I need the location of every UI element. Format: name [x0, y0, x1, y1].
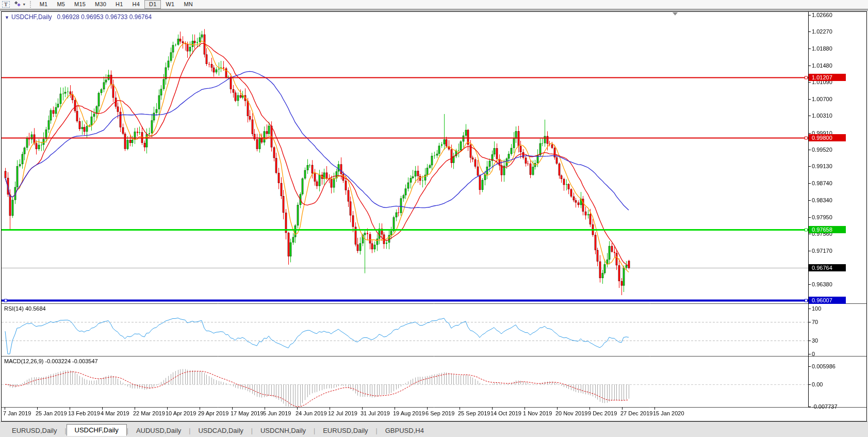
timeframe-h4[interactable]: H4: [128, 0, 144, 9]
date-label: 24 Jun 2019: [296, 410, 327, 416]
rsi-tick: 100: [812, 305, 821, 312]
price-tick: 0.96380: [812, 281, 832, 287]
date-label: 15 Jan 2020: [653, 410, 684, 416]
tab-eurusd-daily[interactable]: EURUSD,Daily: [315, 426, 375, 436]
diamond-arrows-icon: [14, 1, 22, 8]
date-label: 5 Jun 2019: [263, 410, 291, 416]
rsi-tick: 70: [812, 319, 818, 325]
date-label: 10 Apr 2019: [166, 410, 196, 416]
date-label: 12 Jul 2019: [328, 410, 357, 416]
timeframe-m15[interactable]: M15: [70, 0, 90, 9]
tab-eurusd-daily[interactable]: EURUSD,Daily: [4, 426, 64, 436]
timeframe-mn[interactable]: MN: [179, 0, 198, 9]
timeframe-m5[interactable]: M5: [52, 0, 70, 9]
rsi-tick: 30: [812, 337, 818, 344]
date-label: 4 Mar 2019: [101, 410, 129, 416]
date-label: 14 Oct 2019: [490, 410, 521, 416]
mt4-window: T ▾ M1M5M15M30H1H4D1W1MN ▼USDCHF,Daily0.…: [0, 0, 868, 437]
date-label: 17 May 2019: [231, 410, 264, 416]
macd-tick: 0.005986: [812, 363, 836, 369]
chart-shift-marker[interactable]: [673, 12, 678, 15]
price-tick: 0.98340: [812, 197, 832, 203]
price-tick: 1.00310: [812, 112, 832, 119]
chart-window: ▼USDCHF,Daily0.96928 0.96953 0.96733 0.9…: [1, 11, 867, 422]
price-tick: 1.01880: [812, 45, 832, 52]
date-label: 13 Feb 2019: [68, 410, 100, 416]
date-label: 9 Dec 2019: [588, 410, 617, 416]
price-level-badge: 0.99800: [809, 134, 846, 141]
price-tick: 0.99130: [812, 163, 832, 169]
object-style-button[interactable]: ▾: [12, 1, 27, 9]
price-chart-canvas[interactable]: [2, 12, 866, 421]
current-price-badge: 0.96764: [809, 264, 846, 271]
price-level-badge: 0.96007: [809, 297, 846, 304]
timeframe-w1[interactable]: W1: [161, 0, 179, 9]
date-label: 7 Jan 2019: [3, 410, 31, 416]
macd-tick: 0.00: [812, 381, 823, 387]
tab-usdchf-daily[interactable]: USDCHF,Daily: [67, 424, 127, 436]
price-tick: 1.01480: [812, 62, 832, 69]
text-tool-icon: T: [2, 1, 10, 8]
price-tick: 0.98740: [812, 180, 832, 186]
timeframe-m1[interactable]: M1: [35, 0, 53, 9]
price-level-badge: 1.01207: [809, 74, 846, 81]
date-label: 29 Apr 2019: [198, 410, 228, 416]
date-label: 20 Nov 2019: [555, 410, 587, 416]
timeframe-d1[interactable]: D1: [144, 0, 161, 9]
price-level-badge: 0.97658: [809, 226, 846, 233]
chevron-down-icon: ▾: [23, 2, 25, 7]
chart-title: ▼USDCHF,Daily0.96928 0.96953 0.96733 0.9…: [5, 13, 152, 21]
date-label: 1 Nov 2019: [523, 410, 552, 416]
ohlc-values: 0.96928 0.96953 0.96733 0.96764: [57, 13, 152, 21]
price-tick: 1.02270: [812, 28, 832, 35]
chart-symbol-label: USDCHF,Daily: [11, 13, 52, 21]
tab-gbpusd-h4[interactable]: GBPUSD,H4: [378, 426, 432, 436]
date-label: 19 Aug 2019: [393, 410, 425, 416]
chart-tabs-bar: EURUSD,Daily|USDCHF,Daily|AUDUSD,Daily|U…: [0, 422, 868, 437]
price-tick: 1.00700: [812, 96, 832, 102]
macd-tick: -0.007737: [812, 403, 838, 410]
toolbar-separator: [30, 1, 32, 8]
timeframe-h1[interactable]: H1: [111, 0, 127, 9]
price-tick: 0.99520: [812, 147, 832, 153]
date-label: 22 Mar 2019: [133, 410, 165, 416]
rsi-tick: 0: [812, 351, 815, 357]
toolbar: T ▾ M1M5M15M30H1H4D1W1MN: [0, 0, 868, 9]
price-tick: 0.97170: [812, 248, 832, 254]
tab-usdcad-daily[interactable]: USDCAD,Daily: [190, 426, 251, 436]
date-label: 31 Jul 2019: [361, 410, 390, 416]
text-tool-button[interactable]: T: [0, 1, 12, 9]
date-label: 27 Dec 2019: [620, 410, 652, 416]
tab-audusd-daily[interactable]: AUDUSD,Daily: [128, 426, 189, 436]
date-label: 25 Jan 2019: [36, 410, 67, 416]
timeframe-buttons: M1M5M15M30H1H4D1W1MN: [35, 0, 198, 9]
timeframe-m30[interactable]: M30: [90, 0, 111, 9]
date-label: 6 Sep 2019: [425, 410, 454, 416]
price-tick: 0.97950: [812, 214, 832, 220]
price-tick: 1.02660: [812, 12, 832, 18]
macd-label: MACD(12,26,9) -0.003224 -0.003547: [4, 358, 98, 364]
tab-usdcnh-daily[interactable]: USDCNH,Daily: [253, 426, 314, 436]
collapse-indicator-icon[interactable]: ▼: [5, 15, 9, 20]
rsi-label: RSI(14) 40.5684: [4, 305, 46, 312]
date-label: 25 Sep 2019: [458, 410, 490, 416]
